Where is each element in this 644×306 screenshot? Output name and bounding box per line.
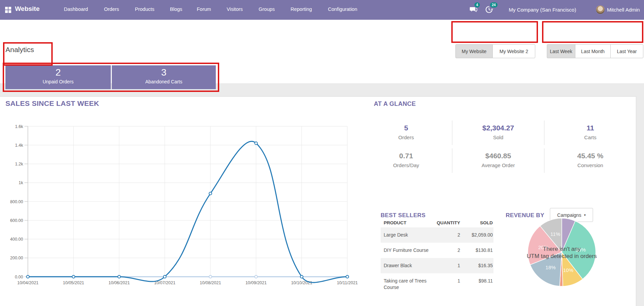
y-tick-label: 600.00 [10, 218, 23, 223]
stat-conversion-value: 45.45 % [544, 152, 636, 160]
table-row[interactable]: Large Desk 2 $2,059.00 [381, 227, 493, 243]
cell-sold: $130.81 [461, 243, 493, 258]
range-last-month[interactable]: Last Month [575, 44, 611, 58]
column-header-sold: SOLD [461, 218, 493, 227]
x-tick-label: 10/04/2021 [17, 280, 39, 285]
y-tick-label: 1.2k [15, 162, 23, 166]
cell-quantity: 2 [436, 227, 461, 243]
pie-slice-label: 11% [551, 231, 560, 237]
page-title: Analytics [5, 46, 34, 54]
nav-item-configuration[interactable]: Configuration [328, 6, 357, 12]
x-tick-label: 10/09/2021 [245, 280, 267, 285]
apps-grid-icon[interactable] [5, 6, 12, 13]
at-a-glance-stats: 5 Orders $2,304.27 Sold 11 Carts 0.71 Or… [360, 120, 636, 173]
stat-average-order: $460.85 Average Order [452, 148, 544, 173]
revenue-pie-chart: 33%10%18%20%11%There isn't anyUTM tag de… [506, 216, 619, 306]
kpi-abandoned-carts-label: Abandoned Carts [112, 79, 216, 84]
nav-item-visitors[interactable]: Visitors [227, 6, 243, 12]
stat-orders-value: 5 [360, 124, 452, 132]
x-tick-label: 10/10/2021 [291, 280, 312, 285]
stat-conversion: 45.45 % Conversion [544, 148, 636, 173]
data-point[interactable] [209, 192, 212, 195]
user-menu[interactable]: Mitchell Admin [607, 7, 644, 13]
data-point[interactable] [300, 275, 303, 278]
data-point[interactable] [255, 275, 257, 278]
nav-item-blogs[interactable]: Blogs [170, 6, 182, 12]
dashboard-card: SALES SINCE LAST WEEK 1.6k1.4k1.2k1k800.… [0, 96, 636, 306]
x-tick-label: 10/05/2021 [63, 280, 84, 285]
column-header-quantity: QUANTITY [436, 218, 461, 227]
nav-item-orders[interactable]: Orders [104, 6, 119, 12]
x-tick-label: 10/08/2021 [200, 280, 221, 285]
x-tick-label: 10/11/2021 [337, 280, 358, 285]
cell-quantity: 1 [436, 258, 461, 273]
y-tick-label: 1k [19, 180, 23, 185]
best-sellers-title: BEST SELLERS [381, 212, 425, 219]
stat-average-order-value: $460.85 [452, 152, 544, 160]
stat-carts: 11 Carts [544, 120, 636, 145]
x-tick-label: 10/06/2021 [108, 280, 130, 285]
website-switch-my-website[interactable]: My Website [455, 44, 493, 58]
nav-item-reporting[interactable]: Reporting [291, 6, 312, 12]
data-point[interactable] [27, 275, 29, 278]
cell-sold: $98.11 [461, 273, 493, 295]
stat-carts-label: Carts [544, 134, 636, 140]
stat-orders: 5 Orders [360, 120, 452, 145]
kpi-unpaid-orders-label: Unpaid Orders [5, 79, 111, 84]
stat-sold-label: Sold [452, 134, 544, 140]
cell-quantity: 1 [436, 273, 461, 295]
kpi-unpaid-orders[interactable]: 2 Unpaid Orders [5, 65, 111, 89]
y-tick-label: 800.00 [10, 199, 23, 204]
stat-sold-value: $2,304.27 [452, 124, 544, 132]
messages-badge[interactable]: 4 [474, 2, 480, 7]
table-row[interactable]: Drawer Black 1 $16.35 [381, 258, 493, 273]
data-point[interactable] [346, 275, 349, 278]
stat-orders-per-day-label: Orders/Day [360, 162, 452, 168]
nav-item-dashboard[interactable]: Dashboard [64, 6, 88, 12]
sales-line-chart: 1.6k1.4k1.2k1k800.00600.00400.00200.000.… [0, 97, 364, 293]
app-name[interactable]: Website [15, 5, 40, 13]
cell-product: DIY Furniture Course [381, 243, 436, 258]
y-tick-label: 0.00 [15, 275, 23, 279]
stat-orders-label: Orders [360, 134, 452, 140]
data-point[interactable] [163, 275, 166, 278]
data-point[interactable] [209, 275, 212, 278]
best-sellers-table: PRODUCT QUANTITY SOLD Large Desk 2 $2,05… [381, 218, 493, 295]
cell-sold: $16.35 [461, 258, 493, 273]
stat-conversion-label: Conversion [544, 162, 636, 168]
y-tick-label: 1.6k [15, 124, 23, 129]
table-header-row: PRODUCT QUANTITY SOLD [381, 218, 493, 227]
stat-orders-per-day-value: 0.71 [360, 152, 452, 160]
nav-item-products[interactable]: Products [135, 6, 154, 12]
no-utm-note-line-2: UTM tag detected in orders [527, 253, 597, 259]
data-point[interactable] [118, 275, 121, 278]
data-point[interactable] [72, 275, 75, 278]
no-utm-note-line-1: There isn't any [543, 246, 581, 252]
website-switch-my-website-2[interactable]: My Website 2 [492, 44, 535, 58]
nav-item-forum[interactable]: Forum [197, 6, 211, 12]
pie-slice-label: 10% [563, 267, 573, 273]
y-tick-label: 1.4k [15, 143, 23, 148]
kpi-abandoned-carts-value: 3 [112, 67, 216, 78]
data-point[interactable] [255, 142, 257, 145]
cell-product: Large Desk [381, 227, 436, 243]
sales-line-series [28, 141, 347, 283]
stat-carts-value: 11 [544, 124, 636, 132]
nav-item-groups[interactable]: Groups [259, 6, 275, 12]
pie-slice-label: 18% [545, 264, 556, 270]
company-switcher[interactable]: My Company (San Francisco) [509, 7, 576, 13]
range-last-week[interactable]: Last Week [547, 44, 575, 58]
column-header-product: PRODUCT [381, 218, 436, 227]
y-tick-label: 200.00 [10, 256, 23, 260]
table-row[interactable]: DIY Furniture Course 2 $130.81 [381, 243, 493, 258]
cell-sold: $2,059.00 [461, 227, 493, 243]
kpi-unpaid-orders-value: 2 [5, 67, 111, 78]
top-navbar: Website Dashboard Orders Products Blogs … [0, 0, 644, 20]
activities-badge[interactable]: 24 [490, 2, 498, 7]
user-avatar[interactable] [596, 5, 605, 14]
table-row[interactable]: Taking care of Trees Course 1 $98.11 [381, 273, 493, 295]
stat-average-order-label: Average Order [452, 162, 544, 168]
range-last-year[interactable]: Last Year [610, 44, 643, 58]
at-a-glance-title: AT A GLANCE [374, 100, 416, 108]
kpi-abandoned-carts[interactable]: 3 Abandoned Carts [112, 65, 216, 89]
